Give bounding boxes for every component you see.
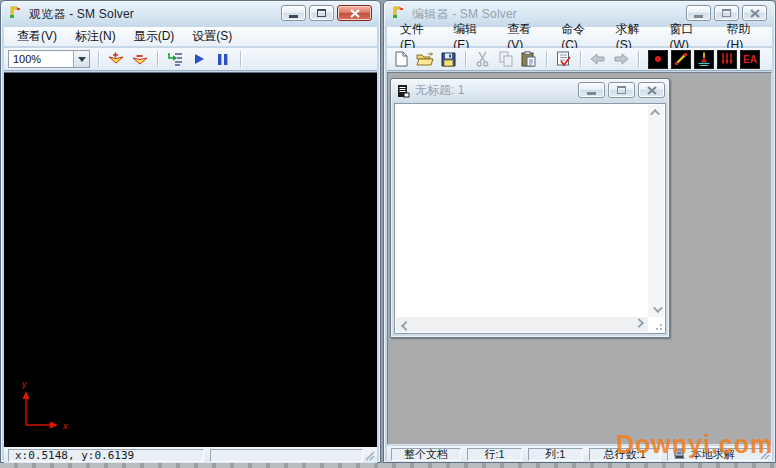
status-row: 行:1 (467, 448, 522, 461)
child-resize-grip[interactable] (654, 322, 663, 331)
desktop: 观览器 - SM Solver 查看(V) 标注(N) 显示(D) 设置(S) … (0, 0, 776, 468)
pause-icon (217, 53, 229, 66)
paste-icon (521, 51, 537, 67)
toolbar-separator (638, 51, 639, 67)
open-file-button[interactable] (414, 49, 435, 69)
maximize-icon (617, 86, 626, 94)
open-file-icon (416, 52, 434, 67)
node-icon (650, 51, 666, 67)
watermark: Downyi.com (616, 430, 773, 459)
copy-button[interactable] (495, 49, 516, 69)
child-minimize-button[interactable] (578, 82, 605, 98)
minimize-icon (289, 15, 298, 18)
toolbar-separator (546, 51, 547, 67)
cursor-coordinates: x:0.5148, y:0.6139 (8, 449, 204, 462)
text-edit-area[interactable] (394, 103, 666, 334)
maximize-icon (317, 9, 326, 17)
app-icon (8, 5, 23, 24)
viewer-statusbar: x:0.5148, y:0.6139 (4, 447, 377, 463)
close-icon (647, 86, 657, 95)
viewer-status-empty-panel (210, 449, 363, 462)
copy-icon (499, 51, 514, 67)
chevron-down-icon (78, 57, 86, 62)
svg-text:y: y (21, 379, 27, 389)
ea-label: EA (743, 54, 757, 65)
editor-menubar: 文件(F) 编辑(E) 查看(V) 命令(C) 求解(S) 窗口(W) 帮助(H… (387, 27, 772, 47)
new-document-icon (394, 51, 409, 67)
chevron-left-icon (400, 321, 410, 331)
node-tool-button[interactable] (648, 50, 668, 69)
annotate-add-button[interactable] (105, 49, 127, 69)
status-column: 列:1 (528, 448, 583, 461)
back-button[interactable] (587, 49, 608, 69)
viewer-menu-settings[interactable]: 设置(S) (183, 26, 241, 47)
member-tool-button[interactable] (671, 50, 691, 69)
play-button[interactable] (188, 49, 210, 69)
viewer-maximize-button[interactable] (309, 5, 334, 21)
viewer-menu-view[interactable]: 查看(V) (8, 26, 66, 47)
forward-button[interactable] (611, 49, 632, 69)
cut-icon (476, 51, 489, 67)
zoom-combobox[interactable]: 100% (8, 50, 90, 68)
model-tools-group: EA (634, 50, 760, 69)
status-scope: 整个文档 (391, 448, 461, 461)
scroll-up-button[interactable] (648, 105, 664, 120)
viewer-window: 观览器 - SM Solver 查看(V) 标注(N) 显示(D) 设置(S) … (0, 0, 381, 463)
scroll-right-button[interactable] (632, 317, 648, 332)
member-icon (673, 51, 689, 67)
editor-window: 编辑器 - SM Solver 文件(F) 编辑(E) 查看(V) 命令(C) … (383, 0, 776, 463)
viewer-canvas[interactable]: y x (4, 72, 377, 447)
play-icon (192, 52, 206, 66)
zoom-dropdown-button[interactable] (73, 51, 89, 67)
resize-grip[interactable] (364, 450, 375, 461)
viewer-menu-display[interactable]: 显示(D) (125, 26, 184, 47)
forward-arrow-icon (613, 53, 630, 65)
scroll-down-button[interactable] (648, 302, 664, 317)
minimize-icon (694, 15, 703, 18)
svg-text:x: x (62, 421, 68, 431)
annotate-remove-button[interactable] (129, 49, 151, 69)
cut-button[interactable] (472, 49, 493, 69)
support-tool-button[interactable] (694, 50, 714, 69)
toolbar-separator (465, 51, 466, 67)
child-maximize-button[interactable] (608, 82, 635, 98)
close-icon (350, 9, 360, 18)
viewer-minimize-button[interactable] (281, 5, 306, 21)
save-button[interactable] (438, 49, 459, 69)
viewer-menubar: 查看(V) 标注(N) 显示(D) 设置(S) (4, 27, 377, 47)
pause-button[interactable] (212, 49, 234, 69)
trace-step-icon (166, 51, 184, 67)
child-window-title: 无标题: 1 (415, 82, 464, 99)
chevron-up-icon (650, 109, 660, 119)
new-document-button[interactable] (391, 49, 412, 69)
syntax-check-icon (556, 51, 571, 67)
child-close-button[interactable] (638, 82, 665, 98)
viewer-window-title: 观览器 - SM Solver (29, 6, 134, 23)
paste-button[interactable] (519, 49, 540, 69)
editor-toolbar: EA (387, 48, 772, 71)
support-icon (696, 51, 712, 67)
distributed-load-tool-button[interactable] (717, 50, 737, 69)
toolbar-separator (98, 51, 99, 67)
vertical-scrollbar[interactable] (648, 105, 664, 317)
document-icon (397, 84, 410, 98)
annotate-remove-icon (131, 51, 149, 67)
background-window-strip (0, 463, 776, 468)
distributed-load-icon (719, 51, 735, 67)
viewer-menu-annotate[interactable]: 标注(N) (66, 26, 125, 47)
viewer-close-button[interactable] (337, 5, 372, 21)
minimize-icon (587, 92, 596, 95)
section-ea-tool-button[interactable]: EA (740, 50, 760, 69)
mdi-client-area[interactable]: 无标题: 1 (387, 72, 772, 445)
viewer-toolbar: 100% (4, 48, 377, 71)
toolbar-separator (580, 51, 581, 67)
trace-step-button[interactable] (164, 49, 186, 69)
coordinate-axes-icon: y x (12, 379, 72, 439)
toolbar-separator (240, 51, 241, 67)
toolbar-separator (157, 51, 158, 67)
scroll-left-button[interactable] (396, 317, 412, 332)
back-arrow-icon (589, 53, 606, 65)
annotate-add-icon (107, 51, 125, 67)
horizontal-scrollbar[interactable] (396, 317, 648, 332)
syntax-check-button[interactable] (553, 49, 574, 69)
